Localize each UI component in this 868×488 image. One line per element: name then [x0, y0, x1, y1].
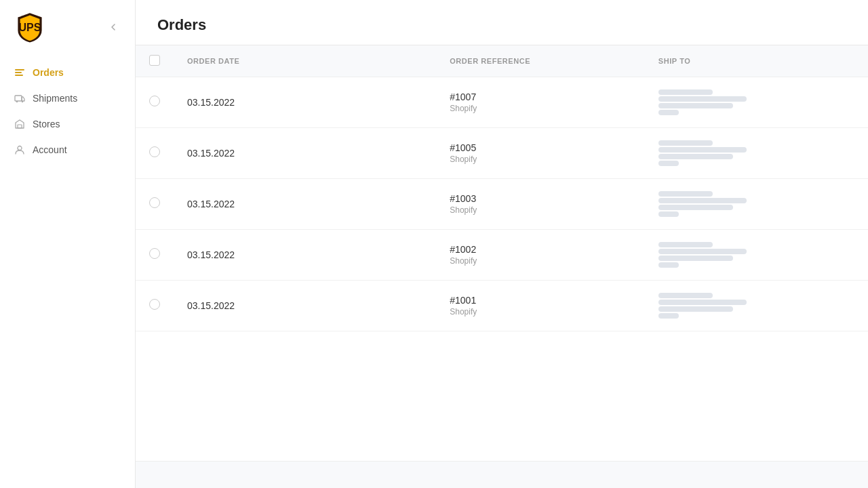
sidebar-item-stores[interactable]: Stores	[0, 111, 135, 137]
ship-to-line-2	[658, 96, 747, 102]
row-select-checkbox[interactable]	[149, 299, 160, 310]
ship-to-line-4	[658, 313, 679, 319]
shipments-icon	[14, 92, 26, 104]
sidebar-item-orders[interactable]: Orders	[0, 60, 135, 85]
ship-to-line-3	[658, 256, 733, 261]
sidebar-item-account-label: Account	[33, 144, 67, 155]
ship-to-blurred	[658, 293, 854, 319]
row-select-checkbox[interactable]	[149, 248, 160, 259]
order-ref-source: Shopify	[450, 205, 631, 215]
page-header: Orders	[136, 0, 868, 45]
order-ref-number: #1005	[450, 142, 631, 153]
order-ref-source: Shopify	[450, 307, 631, 317]
svg-text:UPS: UPS	[19, 22, 41, 33]
table-footer	[136, 461, 868, 488]
ship-to-cell	[645, 128, 868, 179]
table-header: ORDER DATE ORDER REFERENCE SHIP TO	[136, 45, 868, 77]
row-checkbox-cell	[136, 281, 174, 331]
ship-to-line-3	[658, 306, 733, 312]
svg-point-2	[16, 101, 18, 102]
order-reference-cell: #1003 Shopify	[436, 179, 645, 230]
row-checkbox-cell	[136, 77, 174, 128]
collapse-sidebar-button[interactable]	[105, 19, 121, 35]
ship-to-cell	[645, 281, 868, 331]
svg-rect-1	[15, 96, 22, 101]
page-title: Orders	[157, 16, 846, 34]
ship-to-blurred	[658, 191, 854, 217]
order-ref-number: #1007	[450, 92, 631, 102]
order-date-cell: 03.15.2022	[174, 77, 436, 128]
table-row[interactable]: 03.15.2022 #1007 Shopify	[136, 77, 868, 128]
order-reference-cell: #1002 Shopify	[436, 230, 645, 281]
table-row[interactable]: 03.15.2022 #1002 Shopify	[136, 230, 868, 281]
order-ref-source: Shopify	[450, 155, 631, 164]
row-checkbox-cell	[136, 179, 174, 230]
order-ref-number: #1002	[450, 244, 631, 255]
row-select-checkbox[interactable]	[149, 146, 160, 157]
account-icon	[14, 144, 26, 156]
order-reference-cell: #1001 Shopify	[436, 281, 645, 331]
table-body: 03.15.2022 #1007 Shopify	[136, 77, 868, 331]
main-content: Orders ORDER DATE ORDER REFERENCE SHIP T…	[136, 0, 868, 488]
sidebar-item-orders-label: Orders	[33, 67, 64, 78]
sidebar-item-shipments[interactable]: Shipments	[0, 85, 135, 111]
ship-to-line-1	[658, 191, 713, 197]
sidebar-nav: Orders Shipments Stores	[0, 54, 135, 168]
stores-icon	[14, 118, 26, 130]
ship-to-line-4	[658, 161, 679, 166]
svg-rect-4	[18, 125, 22, 128]
ship-to-line-2	[658, 249, 747, 254]
orders-table-container: ORDER DATE ORDER REFERENCE SHIP TO 03.15…	[136, 45, 868, 461]
ship-to-blurred	[658, 140, 854, 166]
row-select-checkbox[interactable]	[149, 197, 160, 208]
table-header-order-date: ORDER DATE	[174, 45, 436, 77]
ship-to-line-1	[658, 242, 713, 247]
order-date-cell: 03.15.2022	[174, 128, 436, 179]
ups-logo: UPS	[14, 11, 46, 43]
ship-to-line-3	[658, 154, 733, 159]
ship-to-line-4	[658, 211, 679, 217]
row-checkbox-cell	[136, 128, 174, 179]
table-header-ship-to: SHIP TO	[645, 45, 868, 77]
ship-to-line-2	[658, 147, 747, 152]
order-date-cell: 03.15.2022	[174, 281, 436, 331]
select-all-checkbox[interactable]	[149, 55, 160, 66]
ship-to-line-2	[658, 198, 747, 203]
ship-to-line-3	[658, 103, 733, 108]
order-ref-number: #1003	[450, 193, 631, 204]
table-row[interactable]: 03.15.2022 #1001 Shopify	[136, 281, 868, 331]
row-checkbox-cell	[136, 230, 174, 281]
ship-to-cell	[645, 230, 868, 281]
ship-to-line-4	[658, 110, 679, 115]
sidebar-logo-area: UPS	[0, 0, 135, 54]
table-row[interactable]: 03.15.2022 #1005 Shopify	[136, 128, 868, 179]
row-select-checkbox[interactable]	[149, 96, 160, 106]
order-ref-number: #1001	[450, 295, 631, 306]
svg-point-5	[18, 146, 22, 150]
ship-to-blurred	[658, 242, 854, 268]
order-date-cell: 03.15.2022	[174, 230, 436, 281]
ship-to-line-1	[658, 293, 713, 298]
sidebar-item-shipments-label: Shipments	[33, 93, 77, 104]
ship-to-line-1	[658, 140, 713, 146]
ship-to-blurred	[658, 89, 854, 115]
ship-to-cell	[645, 77, 868, 128]
order-ref-source: Shopify	[450, 104, 631, 113]
table-header-order-reference: ORDER REFERENCE	[436, 45, 645, 77]
ship-to-line-3	[658, 205, 733, 210]
sidebar: UPS Orders	[0, 0, 136, 488]
order-date-cell: 03.15.2022	[174, 179, 436, 230]
ship-to-line-1	[658, 89, 713, 95]
sidebar-item-account[interactable]: Account	[0, 137, 135, 163]
svg-point-3	[22, 101, 23, 102]
order-reference-cell: #1007 Shopify	[436, 77, 645, 128]
ship-to-line-4	[658, 262, 679, 268]
table-row[interactable]: 03.15.2022 #1003 Shopify	[136, 179, 868, 230]
ship-to-cell	[645, 179, 868, 230]
ship-to-line-2	[658, 300, 747, 305]
sidebar-item-stores-label: Stores	[33, 119, 60, 129]
order-reference-cell: #1005 Shopify	[436, 128, 645, 179]
table-header-checkbox-cell	[136, 45, 174, 77]
order-ref-source: Shopify	[450, 256, 631, 266]
orders-icon	[14, 66, 26, 79]
